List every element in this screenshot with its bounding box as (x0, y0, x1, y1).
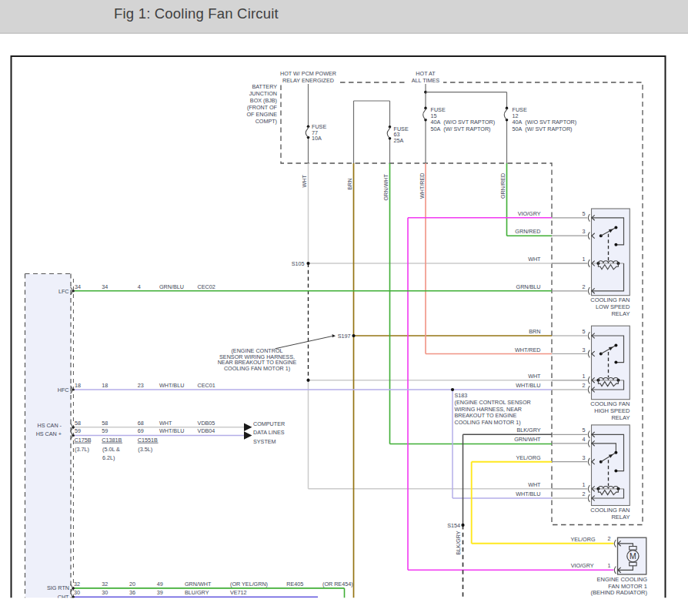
svg-text:3: 3 (583, 454, 586, 461)
svg-text:32: 32 (102, 581, 108, 588)
svg-text:1: 1 (583, 481, 586, 488)
svg-text:LFC: LFC (58, 288, 69, 295)
svg-text:VIO/GRY: VIO/GRY (518, 210, 541, 217)
svg-text:18: 18 (102, 382, 108, 389)
svg-text:GRN/RED: GRN/RED (515, 228, 540, 235)
svg-text:(3.5L): (3.5L) (138, 446, 152, 453)
svg-text:(5.0L &: (5.0L & (102, 446, 120, 453)
svg-text:5: 5 (583, 427, 586, 434)
svg-text:30: 30 (102, 589, 108, 596)
svg-text:HS CAN -: HS CAN - (37, 422, 62, 429)
svg-text:59: 59 (102, 427, 108, 434)
svg-text:WHT/BLU: WHT/BLU (516, 490, 540, 497)
svg-text:68: 68 (138, 420, 144, 427)
svg-text:BREAKOUT TO ENGINE: BREAKOUT TO ENGINE (455, 412, 517, 419)
svg-text:4: 4 (138, 283, 141, 290)
svg-text:WIRING HARNESS, NEAR: WIRING HARNESS, NEAR (455, 406, 522, 413)
svg-text:(3.7L): (3.7L) (75, 446, 89, 453)
svg-text:1: 1 (583, 256, 586, 263)
svg-text:34: 34 (75, 283, 81, 290)
svg-text:2: 2 (583, 283, 586, 290)
svg-text:C175B: C175B (75, 437, 92, 444)
svg-text:COMPT): COMPT) (255, 118, 277, 125)
svg-text:COOLING FAN MOTOR 1): COOLING FAN MOTOR 1) (455, 419, 521, 426)
svg-text:BRN: BRN (529, 328, 540, 335)
svg-text:WHT/RED: WHT/RED (419, 172, 426, 199)
svg-text:SIG RTN: SIG RTN (47, 584, 69, 591)
svg-text:5: 5 (583, 210, 586, 217)
svg-text:69: 69 (138, 427, 144, 434)
svg-text:GRN/RED: GRN/RED (499, 173, 506, 199)
svg-text:S154: S154 (447, 522, 460, 529)
svg-text:58: 58 (102, 420, 108, 427)
svg-text:YEL/ORG: YEL/ORG (516, 454, 541, 461)
svg-text:COOLING FAN: COOLING FAN (590, 296, 630, 303)
svg-text:FAN MOTOR 1: FAN MOTOR 1 (608, 583, 647, 590)
svg-text:HOT W/ PCM POWER: HOT W/ PCM POWER (280, 70, 336, 77)
svg-text:(OR RE454): (OR RE454) (322, 581, 353, 588)
svg-text:2: 2 (583, 490, 586, 497)
svg-text:4: 4 (583, 436, 586, 443)
svg-text:RE405: RE405 (286, 581, 303, 588)
svg-text:59: 59 (75, 427, 81, 434)
svg-text:GRN/BLU: GRN/BLU (516, 283, 541, 290)
svg-text:(OR YEL/GRN): (OR YEL/GRN) (230, 581, 268, 588)
svg-text:VIO/GRY: VIO/GRY (571, 562, 594, 569)
svg-text:VDB04: VDB04 (198, 427, 215, 434)
svg-text:WHT: WHT (528, 373, 541, 380)
svg-text:BLU/GRY: BLU/GRY (185, 589, 209, 596)
svg-text:OF ENGINE: OF ENGINE (246, 111, 277, 118)
svg-text:2: 2 (608, 535, 611, 542)
svg-text:GRN/WHT: GRN/WHT (185, 581, 212, 588)
svg-text:COOLING FAN: COOLING FAN (590, 507, 630, 514)
svg-text:M: M (630, 551, 636, 561)
svg-text:YEL/ORG: YEL/ORG (571, 536, 596, 543)
svg-text:WHT/BLU: WHT/BLU (516, 382, 540, 389)
svg-text:39: 39 (157, 589, 163, 596)
svg-text:WHT: WHT (528, 256, 541, 263)
svg-text:LOW SPEED: LOW SPEED (596, 303, 630, 310)
svg-text:36: 36 (129, 589, 135, 596)
svg-text:S183: S183 (455, 392, 468, 399)
svg-text:20: 20 (129, 581, 135, 588)
svg-text:SYSTEM: SYSTEM (253, 438, 276, 445)
svg-text:34: 34 (102, 283, 108, 290)
svg-text:BLK/GRY: BLK/GRY (516, 427, 540, 434)
svg-text:C1381B: C1381B (102, 437, 122, 444)
svg-text:HFC: HFC (58, 387, 69, 393)
svg-text:HS CAN +: HS CAN + (36, 430, 62, 437)
svg-text:S105: S105 (292, 260, 305, 267)
svg-text:COOLING FAN: COOLING FAN (590, 400, 630, 407)
svg-text:RELAY: RELAY (611, 310, 630, 317)
svg-text:6.2L): 6.2L) (102, 454, 115, 461)
svg-text:BOX (BJB): BOX (BJB) (250, 97, 277, 104)
svg-text:WHT/BLU: WHT/BLU (159, 382, 184, 389)
svg-text:5: 5 (583, 328, 586, 335)
svg-text:ALL TIMES: ALL TIMES (412, 77, 440, 84)
svg-text:GRN/WHT: GRN/WHT (514, 436, 541, 443)
svg-text:RELAY: RELAY (611, 414, 630, 421)
svg-text:1: 1 (583, 373, 586, 380)
svg-text:2: 2 (583, 382, 586, 389)
svg-text:C1551B: C1551B (138, 437, 158, 444)
svg-text:WHT/BLU: WHT/BLU (159, 427, 184, 434)
svg-text:18: 18 (75, 382, 81, 389)
svg-text:WHT: WHT (159, 420, 172, 427)
svg-text:(FRONT OF: (FRONT OF (247, 104, 278, 111)
svg-text:BLK/GRY: BLK/GRY (455, 531, 462, 554)
svg-text:30: 30 (74, 589, 80, 596)
svg-text:50A (W/ SVT RAPTOR): 50A (W/ SVT RAPTOR) (431, 126, 491, 132)
svg-text:WHT: WHT (528, 481, 541, 488)
svg-text:CEC02: CEC02 (198, 283, 215, 290)
svg-text:DATA LINES: DATA LINES (253, 429, 285, 436)
svg-text:3: 3 (583, 346, 586, 353)
svg-text:10A: 10A (312, 135, 322, 142)
svg-text:25A: 25A (394, 137, 404, 144)
svg-text:RELAY ENERGIZED: RELAY ENERGIZED (282, 77, 334, 84)
svg-text:S197: S197 (338, 333, 351, 340)
svg-text:COMPUTER: COMPUTER (253, 420, 285, 427)
svg-text:WHT: WHT (301, 175, 308, 188)
svg-text:VE712: VE712 (230, 589, 247, 596)
svg-text:(ENGINE CONTROL SENSOR: (ENGINE CONTROL SENSOR (455, 399, 531, 406)
svg-text:23: 23 (138, 382, 144, 389)
